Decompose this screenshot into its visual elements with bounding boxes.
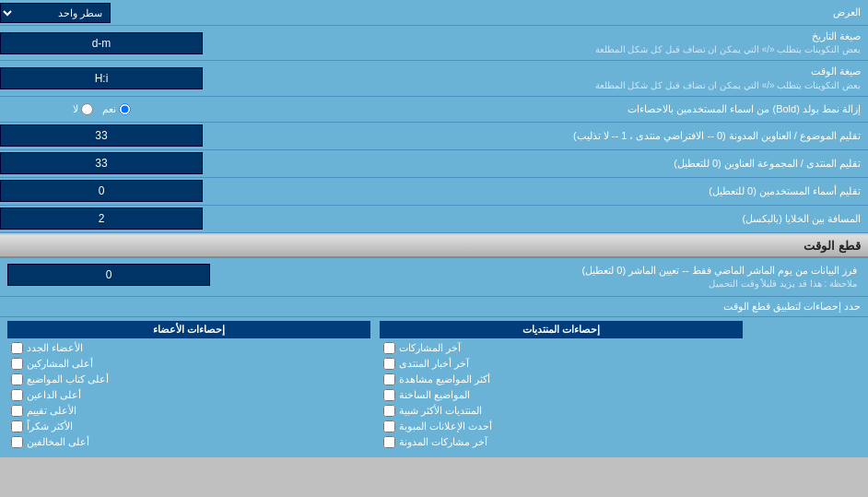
item-checkbox[interactable] (383, 420, 395, 432)
topic-address-label: تقليم الموضوع / العناوين المدونة (0 -- ا… (203, 125, 868, 147)
item-checkbox[interactable] (11, 405, 23, 417)
checkboxes-area: إحصاءات المنتديات آخر المشاركات آخر أخبا… (0, 317, 868, 457)
item-label: آخر المشاركات (399, 342, 461, 354)
forum-address-input[interactable] (0, 152, 203, 174)
forum-address-input-wrapper (0, 152, 203, 174)
user-names-row: تقليم أسماء المستخدمين (0 للتعطيل) (0, 178, 868, 206)
bold-remove-radio-group: نعم لا (0, 100, 203, 119)
list-item: أعلى المشاركين (7, 356, 370, 372)
topic-address-input[interactable] (0, 124, 203, 147)
date-format-row: صيغة التاريخ بعض التكوينات يتطلب «/» الت… (0, 26, 868, 61)
stats-apply-header: حدد إحصاءات لتطبيق قطع الوقت (0, 297, 868, 317)
user-names-input[interactable] (0, 180, 203, 202)
time-format-input-wrapper (0, 67, 203, 89)
filter-note: ملاحظة : هذا قد يزيد قليلاً وقت التحميل (214, 278, 857, 290)
bold-yes-label: نعم (102, 103, 131, 115)
list-item: المواضيع الساخنة (380, 387, 743, 403)
display-select[interactable]: سطر واحدسطرانثلاثة أسطر (0, 3, 111, 23)
display-row: العرض سطر واحدسطرانثلاثة أسطر (0, 0, 868, 26)
item-checkbox[interactable] (11, 420, 23, 432)
cell-distance-label: المسافة بين الخلايا (بالبكسل) (203, 208, 868, 230)
item-label: أعلى المشاركين (27, 358, 93, 370)
item-checkbox[interactable] (383, 342, 395, 354)
filter-input[interactable] (7, 264, 210, 286)
item-label: المنتديات الأكثر شبية (399, 405, 482, 417)
list-item: الأعضاء الجدد (7, 340, 370, 356)
list-item: أكثر المواضيع مشاهدة (380, 372, 743, 387)
list-item: أعلى كتاب المواضيع (7, 372, 370, 387)
list-item: آخر مشاركات المدونة (380, 434, 743, 450)
bold-remove-label: إزالة نمط بولد (Bold) من اسماء المستخدمي… (203, 100, 868, 119)
item-label: أكثر المواضيع مشاهدة (399, 373, 490, 385)
col-members-header: إحصاءات الأعضاء (7, 321, 370, 338)
realtime-section-title: قطع الوقت (0, 233, 868, 258)
forum-address-label: تقليم المنتدى / المجموعة العناوين (0 للت… (203, 153, 868, 174)
realtime-title-text: قطع الوقت (803, 239, 861, 253)
display-select-wrapper: سطر واحدسطرانثلاثة أسطر (0, 3, 111, 23)
display-label: العرض (111, 3, 868, 22)
date-format-input-wrapper (0, 32, 203, 54)
item-label: المواضيع الساخنة (399, 389, 470, 401)
item-label: آخر أخبار المنتدى (399, 358, 469, 370)
item-label: الأكثر شكراً (27, 420, 73, 432)
item-checkbox[interactable] (383, 405, 395, 417)
col-posts: إحصاءات المنتديات آخر المشاركات آخر أخبا… (380, 321, 743, 450)
filter-label: فرز البيانات من يوم الماشر الماضي فقط --… (214, 264, 861, 290)
bold-yes-radio[interactable] (119, 103, 131, 115)
col-members: إحصاءات الأعضاء الأعضاء الجدد أعلى المشا… (7, 321, 370, 450)
date-format-label: صيغة التاريخ بعض التكوينات يتطلب «/» الت… (203, 26, 868, 60)
item-checkbox[interactable] (383, 373, 395, 385)
cell-distance-row: المسافة بين الخلايا (بالبكسل) (0, 206, 868, 233)
list-item: آخر المشاركات (380, 340, 743, 356)
topic-address-row: تقليم الموضوع / العناوين المدونة (0 -- ا… (0, 123, 868, 150)
user-names-label: تقليم أسماء المستخدمين (0 للتعطيل) (203, 181, 868, 202)
item-label: أحدث الإعلانات المبوبة (399, 420, 492, 432)
filter-row: فرز البيانات من يوم الماشر الماضي فقط --… (7, 264, 861, 290)
bold-no-radio[interactable] (81, 103, 93, 115)
date-format-input[interactable] (0, 32, 203, 54)
item-checkbox[interactable] (11, 436, 23, 448)
item-checkbox[interactable] (11, 358, 23, 370)
list-item: الأكثر شكراً (7, 419, 370, 434)
item-label: أعلى الداعين (27, 389, 81, 401)
user-names-input-wrapper (0, 180, 203, 202)
item-label: أعلى كتاب المواضيع (27, 373, 109, 385)
forum-address-row: تقليم المنتدى / المجموعة العناوين (0 للت… (0, 150, 868, 178)
list-item: أعلى المخالفين (7, 434, 370, 450)
item-checkbox[interactable] (383, 436, 395, 448)
item-label: الأعضاء الجدد (27, 342, 83, 354)
list-item: الأعلى تقييم (7, 403, 370, 419)
item-checkbox[interactable] (11, 342, 23, 354)
item-checkbox[interactable] (383, 358, 395, 370)
item-checkbox[interactable] (11, 373, 23, 385)
bold-remove-row: إزالة نمط بولد (Bold) من اسماء المستخدمي… (0, 97, 868, 123)
bold-no-label: لا (73, 103, 93, 115)
list-item: المنتديات الأكثر شبية (380, 403, 743, 419)
cell-distance-input-wrapper (0, 207, 203, 230)
list-item: أحدث الإعلانات المبوبة (380, 419, 743, 434)
col-posts-header: إحصاءات المنتديات (380, 321, 743, 338)
item-label: آخر مشاركات المدونة (399, 436, 487, 448)
filter-section: فرز البيانات من يوم الماشر الماضي فقط --… (0, 258, 868, 297)
list-item: أعلى الداعين (7, 387, 370, 403)
item-label: أعلى المخالفين (27, 436, 89, 448)
time-format-input[interactable] (0, 67, 203, 89)
item-checkbox[interactable] (11, 389, 23, 401)
spacer-left (752, 321, 861, 450)
item-label: الأعلى تقييم (27, 405, 76, 417)
filter-input-wrapper (7, 264, 210, 286)
list-item: آخر أخبار المنتدى (380, 356, 743, 372)
topic-address-input-wrapper (0, 124, 203, 147)
item-checkbox[interactable] (383, 389, 395, 401)
main-container: العرض سطر واحدسطرانثلاثة أسطر صيغة التار… (0, 0, 868, 457)
time-format-row: صيغة الوقت بعض التكوينات يتطلب «/» التي … (0, 61, 868, 96)
cell-distance-input[interactable] (0, 207, 203, 230)
time-format-label: صيغة الوقت بعض التكوينات يتطلب «/» التي … (203, 61, 868, 95)
